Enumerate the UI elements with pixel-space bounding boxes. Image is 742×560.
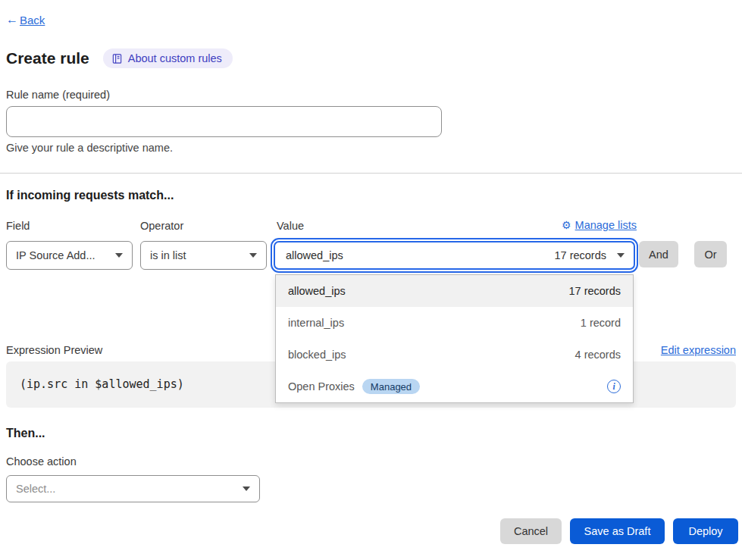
list-item-blocked-ips[interactable]: blocked_ips 4 records xyxy=(276,339,633,371)
rule-name-input[interactable] xyxy=(6,106,442,137)
list-item-internal-ips[interactable]: internal_ips 1 record xyxy=(276,307,633,339)
rule-name-label: Rule name (required) xyxy=(6,89,110,101)
deploy-button[interactable]: Deploy xyxy=(673,518,738,544)
action-select-placeholder: Select... xyxy=(16,483,55,495)
operator-column-label: Operator xyxy=(140,220,183,232)
chevron-down-icon xyxy=(115,253,123,258)
match-section-heading: If incoming requests match... xyxy=(6,189,174,202)
list-item-name: Open Proxies xyxy=(288,380,355,393)
list-item-records: 17 records xyxy=(568,285,621,297)
value-select-records: 17 records xyxy=(554,249,606,261)
gear-icon: ⚙ xyxy=(562,219,571,231)
save-as-draft-button[interactable]: Save as Draft xyxy=(570,518,665,544)
list-item-records: 4 records xyxy=(575,349,621,361)
list-item-name: allowed_ips xyxy=(288,285,346,297)
book-icon xyxy=(111,53,123,64)
list-item-name: internal_ips xyxy=(288,317,344,329)
managed-badge: Managed xyxy=(362,379,420,394)
list-item-allowed-ips[interactable]: allowed_ips 17 records xyxy=(276,275,633,307)
expression-preview-label: Expression Preview xyxy=(6,344,102,356)
then-section-heading: Then... xyxy=(6,427,45,440)
create-rule-page: ← Back Create rule About custom rules Ru… xyxy=(0,0,742,560)
choose-action-label: Choose action xyxy=(6,455,77,468)
cancel-button[interactable]: Cancel xyxy=(500,518,562,544)
back-arrow-icon: ← xyxy=(6,13,18,27)
chevron-down-icon xyxy=(249,253,257,258)
about-custom-rules-label: About custom rules xyxy=(128,52,222,64)
operator-select[interactable]: is in list xyxy=(140,241,267,270)
edit-expression-link[interactable]: Edit expression xyxy=(661,344,736,356)
chevron-down-icon xyxy=(243,486,250,491)
field-column-label: Field xyxy=(6,220,30,232)
list-item-records: 1 record xyxy=(581,317,621,329)
field-select-value: IP Source Add... xyxy=(16,249,95,261)
expression-code: (ip.src in $allowed_ips) xyxy=(20,377,184,391)
manage-lists-label: Manage lists xyxy=(575,219,637,231)
title-row: Create rule About custom rules xyxy=(6,48,233,68)
about-custom-rules-link[interactable]: About custom rules xyxy=(103,48,233,68)
manage-lists-link[interactable]: ⚙ Manage lists xyxy=(562,219,637,231)
action-select[interactable]: Select... xyxy=(6,475,260,502)
chevron-down-icon xyxy=(617,253,625,258)
list-item-name: blocked_ips xyxy=(288,349,346,361)
back-link-label: Back xyxy=(20,14,45,27)
back-link[interactable]: ← Back xyxy=(6,13,45,27)
section-divider xyxy=(0,173,742,174)
page-title: Create rule xyxy=(6,49,89,67)
value-column-label: Value xyxy=(277,220,304,232)
value-select-value: allowed_ips xyxy=(286,249,343,261)
operator-select-value: is in list xyxy=(150,249,186,261)
field-select[interactable]: IP Source Add... xyxy=(6,241,133,270)
list-item-open-proxies[interactable]: Open Proxies Managed i xyxy=(276,371,633,402)
value-select[interactable]: allowed_ips 17 records xyxy=(274,241,635,270)
or-button[interactable]: Or xyxy=(694,241,727,267)
list-dropdown-menu: allowed_ips 17 records internal_ips 1 re… xyxy=(275,274,634,403)
rule-name-helper: Give your rule a descriptive name. xyxy=(6,142,173,154)
and-button[interactable]: And xyxy=(639,241,678,267)
info-icon[interactable]: i xyxy=(607,380,621,393)
